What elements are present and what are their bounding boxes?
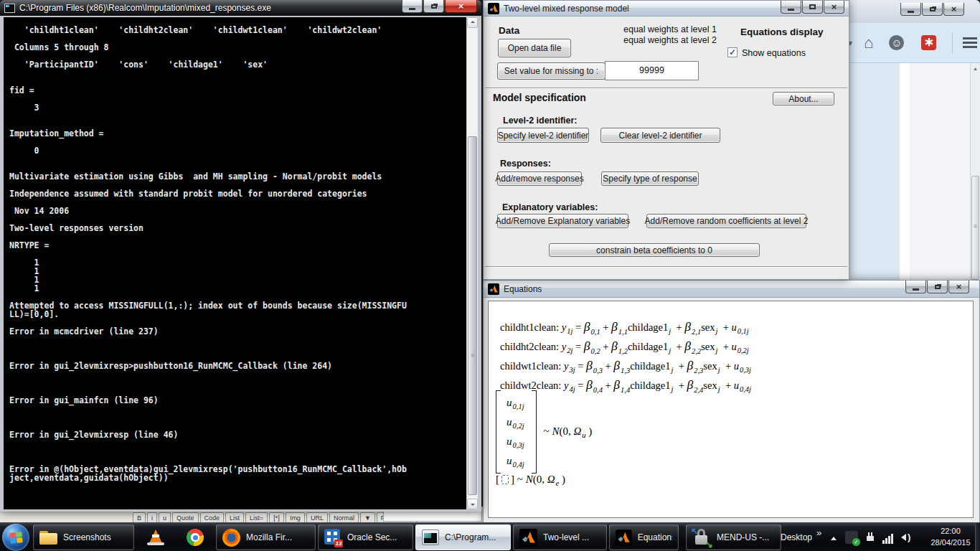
browser-restore-button[interactable] [922, 3, 943, 16]
editor-text-field[interactable] [383, 510, 482, 522]
menu-icon[interactable] [963, 37, 977, 50]
responses-label: Responses: [500, 159, 551, 169]
taskbar-item-firefox[interactable]: Mozilla Fir... [216, 524, 316, 550]
taskbar: Screenshots Mozilla Fir... 13 Oracle Sec… [0, 522, 980, 551]
chrome-icon [187, 529, 204, 546]
equations-canvas: childht1clean: y1j = β0,1 + β1,1childage… [488, 301, 974, 518]
firefox-icon [222, 529, 240, 547]
scrollbar-thumb[interactable]: ≡ [971, 176, 979, 280]
open-data-file-button[interactable]: Open data file [498, 39, 571, 57]
lastpass-icon[interactable]: ∗ [921, 35, 936, 50]
set-missing-value-button[interactable]: Set value for missing to : [497, 62, 606, 80]
taskbar-item-model[interactable]: Two-level ... [513, 524, 607, 550]
console-window: C:\Program Files (x86)\Realcom\Imputatio… [0, 0, 481, 512]
equation-row: childht1clean: y1j = β0,1 + β1,1childage… [500, 317, 751, 336]
oracle-icon: 13 [324, 529, 341, 546]
matlab-icon [519, 529, 537, 547]
feedback-icon[interactable]: ☺ [889, 35, 904, 50]
data-section-heading: Data [499, 25, 519, 36]
model-spec-heading: Model specification [493, 92, 586, 103]
console-icon [4, 4, 15, 13]
equation-row: childht2clean: y2j = β0,2 + β1,2childage… [500, 336, 751, 356]
console-titlebar[interactable]: C:\Program Files (x86)\Realcom\Imputatio… [0, 0, 481, 16]
taskbar-item-chrome[interactable] [176, 524, 214, 550]
left-bracket [496, 390, 501, 474]
equations-restore-button[interactable] [927, 281, 948, 293]
console-minimize-button[interactable] [402, 0, 423, 13]
scroll-down-button[interactable] [467, 499, 478, 509]
taskbar-item-mendus[interactable]: ↖↘ MEND-US -... [686, 524, 781, 550]
missing-value-field[interactable]: 99999 [605, 61, 699, 80]
equations-display-heading: Equations display [740, 27, 824, 37]
network-icon[interactable] [882, 531, 895, 544]
scroll-up-button[interactable] [467, 17, 478, 28]
add-explanatory-button[interactable]: Add/Remove Explanatory variables [497, 214, 628, 228]
add-random-coefficients-button[interactable]: Add/Remove random coefficients at level … [646, 214, 806, 228]
browser-titlebar: × [847, 0, 980, 23]
show-equations-label: Show equations [742, 48, 806, 58]
equations-close-button[interactable]: × [948, 281, 969, 293]
show-desktop-button[interactable] [975, 523, 980, 551]
matlab-icon [616, 529, 632, 547]
folder-icon [39, 531, 57, 545]
browser-toolbar: ▾ ⌂ ☺ ∗ [847, 23, 980, 63]
clear-level2-button[interactable]: Clear level-2 identifier [600, 128, 720, 143]
explanatory-variables-label: Explanatory variables: [502, 202, 598, 212]
right-bracket [532, 390, 537, 474]
desktop-toolbar[interactable]: Desktop » [781, 524, 821, 550]
u-distribution: ~ N(0, Ωu ) [544, 425, 593, 439]
console-restore-button[interactable] [423, 0, 444, 13]
lock-sync-icon: ↖↘ [692, 528, 711, 547]
show-hidden-icons-button[interactable] [827, 532, 840, 543]
u-vector-item: u0,3j [507, 432, 524, 451]
system-tray: ) [845, 523, 920, 551]
console-icon [422, 529, 439, 545]
console-body: 'childht1clean' 'childht2clean' 'childwt… [0, 16, 481, 512]
volume-icon[interactable]: ) [901, 531, 914, 544]
tray-app-icon[interactable] [845, 531, 858, 544]
e-distribution: [] ~ N(0, Ωe ) [496, 474, 565, 487]
constrain-beta-button[interactable]: constrain beta coefficients to 0 [549, 243, 760, 257]
u-vector: u0,1ju0,2ju0,3ju0,4j ~ N(0, Ωu ) [496, 390, 592, 474]
model-titlebar[interactable]: Two-level mixed response model × [484, 1, 849, 17]
start-button[interactable] [2, 524, 29, 551]
specify-level2-button[interactable]: Specify level-2 identifier [497, 128, 589, 143]
vlc-icon [147, 529, 164, 546]
taskbar-item-oracle[interactable]: 13 Oracle Sec... [318, 524, 413, 550]
equations-titlebar[interactable]: Equations × [484, 281, 979, 298]
desktop: × ▾ ⌂ ☺ ∗ ▲ ≡ BiuQuoteCodeListList=[*]Im… [0, 0, 980, 551]
taskbar-item-screenshots[interactable]: Screenshots [33, 524, 134, 550]
equations-minimize-button[interactable] [905, 281, 926, 293]
power-icon[interactable] [864, 531, 877, 544]
console-output: 'childht1clean' 'childht2clean' 'childwt… [4, 17, 466, 509]
browser-minimize-button[interactable] [900, 3, 921, 16]
model-close-button[interactable]: × [824, 1, 844, 14]
u-vector-item: u0,1j [507, 393, 524, 413]
browser-close-button[interactable]: × [943, 3, 964, 16]
taskbar-item-equations[interactable]: Equations [609, 524, 679, 550]
taskbar-item-vlc[interactable] [137, 524, 174, 550]
console-close-button[interactable]: × [445, 0, 477, 13]
about-button[interactable]: About... [773, 92, 834, 105]
windows-logo-icon [9, 532, 22, 544]
scrollbar-thumb[interactable] [468, 136, 477, 495]
model-minimize-button[interactable] [781, 1, 801, 14]
desktop-toolbar-label: Desktop [781, 532, 812, 542]
console-window-title: C:\Program Files (x86)\Realcom\Imputatio… [19, 3, 271, 13]
show-equations-checkbox[interactable]: ✓ [727, 47, 738, 57]
weights-note: equal weights at level 1 equal weights a… [595, 24, 745, 46]
model-maximize-button[interactable] [802, 1, 823, 14]
home-icon[interactable]: ⌂ [864, 34, 873, 52]
add-remove-responses-button[interactable]: Add/remove responses [497, 171, 582, 186]
overflow-chevron-icon[interactable]: » [816, 527, 821, 538]
taskbar-clock[interactable]: 22:00 28/04/2015 [927, 525, 974, 548]
specify-response-type-button[interactable]: Specify type of response [601, 171, 699, 186]
taskbar-item-console[interactable]: C:\Program... [415, 524, 511, 550]
u-vector-item: u0,2j [507, 413, 524, 432]
model-window: Two-level mixed response model × Data Op… [483, 0, 849, 280]
scroll-up-icon[interactable]: ▲ [971, 66, 980, 71]
clock-date: 28/04/2015 [927, 537, 974, 548]
model-window-title: Two-level mixed response model [504, 4, 629, 14]
console-scrollbar[interactable] [466, 17, 478, 509]
matlab-icon [488, 283, 499, 295]
